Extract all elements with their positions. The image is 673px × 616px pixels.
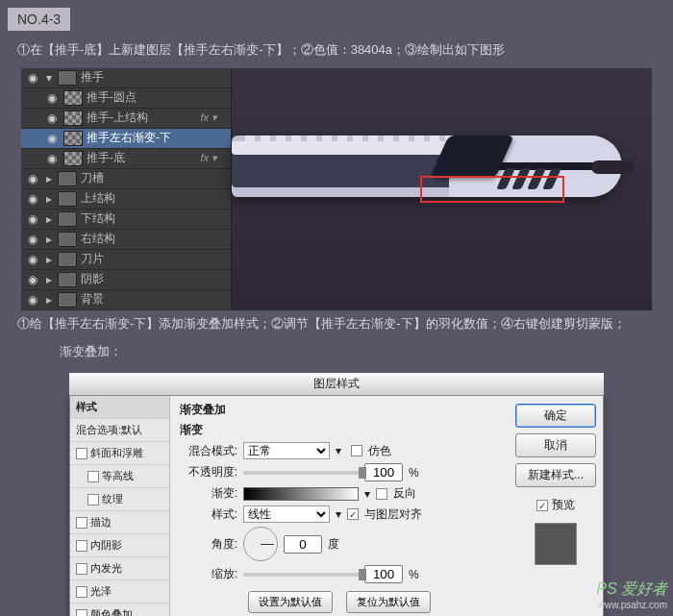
scale-label: 缩放:: [180, 566, 237, 582]
layer-folder-row[interactable]: ◉▸阴影: [21, 270, 231, 290]
folder-icon: [58, 292, 77, 308]
eye-icon[interactable]: ◉: [44, 132, 60, 145]
checkbox-preview[interactable]: [536, 500, 548, 511]
chevron-right-icon[interactable]: ▸: [44, 233, 54, 246]
checkbox[interactable]: [87, 494, 99, 505]
layer-name: 推手-圆点: [87, 89, 231, 106]
layer-name: 下结构: [81, 210, 231, 227]
angle-input[interactable]: [284, 535, 322, 554]
new-style-button[interactable]: 新建样式...: [515, 463, 596, 487]
chevron-right-icon[interactable]: ▸: [44, 253, 54, 266]
eye-icon[interactable]: ◉: [44, 111, 60, 125]
checkbox[interactable]: [76, 448, 87, 459]
sidebar-header[interactable]: 样式: [70, 396, 169, 419]
eye-icon[interactable]: ◉: [25, 273, 40, 286]
fx-badge[interactable]: fx ▾: [200, 111, 231, 124]
opacity-label: 不透明度:: [180, 464, 237, 480]
section-title: 渐变叠加: [180, 402, 499, 418]
eye-icon[interactable]: ◉: [25, 172, 40, 185]
sidebar-item[interactable]: 光泽: [70, 580, 169, 604]
pct-label: %: [409, 466, 419, 480]
set-default-button[interactable]: 设置为默认值: [248, 591, 333, 613]
checkbox-dither[interactable]: [351, 445, 362, 456]
layer-folder-row[interactable]: ◉▸刀槽: [21, 169, 231, 189]
layer-thumb: [63, 151, 83, 166]
sidebar-item[interactable]: 斜面和浮雕: [70, 442, 169, 465]
sidebar-item[interactable]: 纹理: [70, 488, 169, 511]
layer-folder-row[interactable]: ◉▸刀片: [21, 250, 231, 270]
opacity-input[interactable]: [364, 463, 403, 481]
eye-icon[interactable]: ◉: [25, 192, 40, 206]
style-select[interactable]: 线性: [243, 505, 330, 523]
chevron-right-icon[interactable]: ▸: [44, 293, 54, 307]
top-panel: ◉ ▾ 推手 ◉ 推手-圆点 ◉ 推手-上结构 fx ▾ ◉ 推手左右渐变-下 …: [21, 68, 652, 310]
folder-icon: [58, 252, 77, 267]
style-label: 样式:: [180, 506, 237, 523]
chevron-right-icon[interactable]: ▸: [44, 273, 54, 286]
opacity-slider[interactable]: [243, 471, 359, 475]
eye-icon[interactable]: ◉: [25, 253, 40, 266]
reset-default-button[interactable]: 复位为默认值: [346, 591, 431, 613]
eye-icon[interactable]: ◉: [25, 71, 40, 85]
checkbox[interactable]: [76, 563, 87, 575]
sidebar-item[interactable]: 描边: [70, 511, 169, 534]
sidebar-blend-defaults[interactable]: 混合选项:默认: [70, 419, 169, 442]
blendmode-select[interactable]: 正常: [243, 442, 330, 459]
layer-folder-row[interactable]: ◉▸下结构: [21, 209, 231, 230]
highlight-box: [420, 176, 564, 203]
eye-icon[interactable]: ◉: [25, 293, 40, 307]
layer-name: 背景: [81, 291, 231, 308]
layer-style-dialog: 图层样式 样式 混合选项:默认 斜面和浮雕 等高线 纹理 描边 内阴影 内发光 …: [69, 373, 604, 616]
fx-badge[interactable]: fx ▾: [200, 152, 231, 164]
eye-icon[interactable]: ◉: [25, 233, 40, 246]
layer-name: 阴影: [81, 271, 231, 287]
sidebar-item[interactable]: 内发光: [70, 557, 169, 580]
sidebar-item[interactable]: 等高线: [70, 465, 169, 488]
layer-group-row[interactable]: ◉ ▾ 推手: [21, 68, 231, 88]
folder-icon: [58, 272, 77, 287]
chevron-down-icon[interactable]: ▾: [364, 487, 370, 501]
sidebar-item[interactable]: 内阴影: [70, 534, 169, 557]
knife-illustration: [232, 116, 655, 241]
preview-label: 预览: [552, 497, 575, 513]
layer-row[interactable]: ◉ 推手-圆点: [21, 88, 231, 109]
folder-icon: [58, 191, 77, 207]
eye-icon[interactable]: ◉: [44, 152, 60, 165]
layer-folder-row[interactable]: ◉▸上结构: [21, 189, 231, 209]
chevron-right-icon[interactable]: ▸: [44, 212, 54, 226]
cancel-button[interactable]: 取消: [515, 433, 596, 457]
instruction-2b: 渐变叠加：: [0, 342, 673, 370]
checkbox-reverse[interactable]: [376, 488, 387, 500]
eye-icon[interactable]: ◉: [25, 212, 40, 226]
checkbox-align[interactable]: [347, 508, 359, 520]
checkbox[interactable]: [76, 586, 87, 598]
angle-dial[interactable]: [243, 527, 278, 561]
sidebar-item[interactable]: 颜色叠加: [70, 604, 169, 616]
layer-name: 刀槽: [81, 170, 231, 186]
layer-row-selected[interactable]: ◉ 推手左右渐变-下: [21, 129, 231, 149]
scale-input[interactable]: [364, 565, 403, 583]
layer-name: 推手-上结构: [87, 110, 196, 126]
folder-icon: [58, 171, 77, 186]
scale-slider[interactable]: [243, 573, 359, 577]
checkbox[interactable]: [76, 540, 87, 552]
layer-name: 右结构: [81, 231, 231, 247]
checkbox[interactable]: [76, 517, 87, 529]
deg-label: 度: [328, 536, 339, 553]
layer-folder-row[interactable]: ◉▸背景: [21, 290, 231, 310]
checkbox[interactable]: [76, 609, 87, 616]
chevron-down-icon[interactable]: ▾: [44, 71, 54, 85]
chevron-right-icon[interactable]: ▸: [44, 172, 54, 185]
chevron-down-icon[interactable]: ▾: [336, 507, 341, 521]
chevron-right-icon[interactable]: ▸: [44, 192, 54, 206]
layer-row[interactable]: ◉ 推手-上结构 fx ▾: [21, 109, 231, 129]
layer-row[interactable]: ◉ 推手-底 fx ▾: [21, 149, 231, 169]
dialog-main: 渐变叠加 渐变 混合模式: 正常 ▾ 仿色 不透明度: % 渐变:: [170, 396, 509, 616]
gradient-picker[interactable]: [243, 487, 359, 501]
layer-thumb: [63, 111, 83, 126]
eye-icon[interactable]: ◉: [44, 91, 60, 105]
ok-button[interactable]: 确定: [515, 404, 596, 428]
chevron-down-icon[interactable]: ▾: [336, 444, 345, 457]
layer-folder-row[interactable]: ◉▸右结构: [21, 230, 231, 250]
checkbox[interactable]: [87, 471, 99, 482]
